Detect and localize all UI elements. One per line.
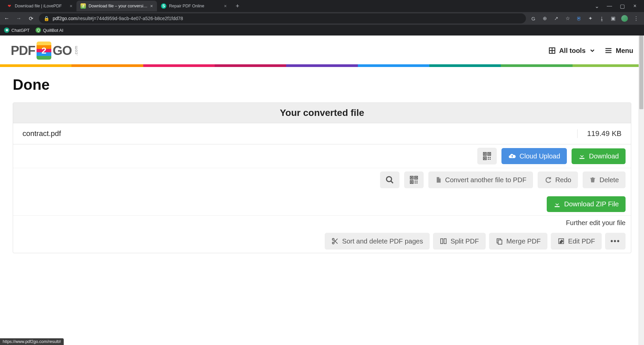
- further-edit-row: Further edit your file Sort and delete P…: [13, 216, 631, 253]
- svg-point-17: [386, 177, 391, 182]
- edit-icon: [557, 237, 565, 245]
- qr-button[interactable]: [477, 148, 497, 164]
- close-icon[interactable]: ×: [70, 3, 72, 9]
- download-zip-button[interactable]: Download ZIP File: [547, 196, 626, 212]
- converted-file-card: Your converted file contract.pdf 119.49 …: [13, 102, 631, 253]
- download-zip-label: Download ZIP File: [564, 200, 619, 208]
- split-button[interactable]: Split PDF: [433, 233, 485, 250]
- address-bar[interactable]: 🔒 pdf2go.com/result#j=744d959d-9acb-4e07…: [39, 13, 526, 23]
- site-logo[interactable]: PDF 2 GO .com: [11, 42, 78, 60]
- search-icon: [385, 176, 394, 184]
- delete-button[interactable]: Delete: [583, 171, 626, 188]
- merge-button[interactable]: Merge PDF: [489, 233, 547, 250]
- logo-left: PDF: [11, 44, 35, 58]
- status-bar: https://www.pdf2go.com/result#: [0, 338, 64, 345]
- menu-button[interactable]: Menu: [604, 47, 633, 55]
- svg-rect-26: [417, 181, 418, 182]
- more-icon: •••: [610, 237, 620, 246]
- minimize-icon[interactable]: —: [606, 3, 612, 9]
- url-domain: pdf2go.com: [53, 16, 77, 21]
- svg-rect-35: [444, 239, 446, 244]
- merge-label: Merge PDF: [506, 237, 541, 245]
- lock-icon: 🔒: [44, 16, 49, 21]
- pdf2go-favicon-icon: 2: [80, 3, 86, 9]
- file-name: contract.pdf: [22, 129, 568, 138]
- toolbar-icons: G ⊕ ↗ ☆ ⛨ ✦ ⭳ ▣ ⋮: [530, 15, 641, 22]
- bookmark-quillbot[interactable]: Q QuillBot AI: [36, 27, 63, 33]
- download-button[interactable]: Download: [572, 148, 626, 164]
- tab-repair-pdf[interactable]: S Repair PDF Online ×: [157, 1, 231, 11]
- redo-button[interactable]: Redo: [538, 171, 578, 188]
- svg-rect-25: [415, 181, 416, 182]
- logo-badge-icon: 2: [37, 42, 51, 60]
- sort-delete-button[interactable]: Sort and delete PDF pages: [325, 233, 430, 250]
- scrollbar[interactable]: [639, 36, 644, 345]
- search-button[interactable]: [380, 171, 399, 188]
- edit-buttons: Sort and delete PDF pages Split PDF Merg…: [325, 233, 626, 250]
- svg-rect-12: [488, 157, 489, 158]
- forward-button[interactable]: →: [15, 14, 23, 22]
- convert-another-button[interactable]: Convert another file to PDF: [428, 171, 533, 188]
- qr-button-2[interactable]: [404, 171, 424, 188]
- chevron-down-icon[interactable]: ⌄: [594, 3, 600, 9]
- close-icon[interactable]: ×: [224, 3, 227, 9]
- download-icon[interactable]: ⭳: [598, 15, 605, 22]
- cloud-upload-button[interactable]: Cloud Upload: [501, 148, 567, 164]
- close-icon[interactable]: ×: [150, 3, 153, 9]
- file-icon: [435, 176, 442, 184]
- tab-title: Repair PDF Online: [169, 4, 221, 8]
- close-window-icon[interactable]: ×: [632, 3, 638, 9]
- all-tools-dropdown[interactable]: All tools: [548, 47, 596, 55]
- page: PDF 2 GO .com All tools Menu: [0, 36, 644, 345]
- qr-icon: [410, 176, 418, 184]
- tab-pdf2go[interactable]: 2 Download file – your conversion ×: [76, 1, 157, 11]
- bookmark-chatgpt[interactable]: ✱ ChatGPT: [4, 27, 30, 33]
- further-edit-label: Further edit your file: [566, 219, 626, 227]
- svg-rect-14: [488, 159, 489, 160]
- kebab-menu-icon[interactable]: ⋮: [633, 15, 639, 22]
- site-header: PDF 2 GO .com All tools Menu: [0, 36, 644, 64]
- menu-label: Menu: [616, 47, 633, 55]
- google-icon[interactable]: G: [530, 15, 537, 22]
- cloud-upload-label: Cloud Upload: [520, 152, 560, 160]
- shield-icon[interactable]: ⛨: [576, 15, 582, 22]
- share-icon[interactable]: ↗: [553, 15, 559, 22]
- trash-icon: [589, 176, 596, 184]
- primary-actions-row: Cloud Upload Download: [13, 144, 631, 168]
- bookmark-label: QuillBot AI: [43, 28, 63, 33]
- star-icon[interactable]: ☆: [564, 15, 571, 22]
- svg-rect-13: [489, 157, 490, 158]
- svg-rect-23: [415, 177, 417, 178]
- more-button[interactable]: •••: [605, 233, 626, 250]
- card-header: Your converted file: [13, 103, 631, 123]
- chevron-down-icon: [589, 47, 596, 54]
- svg-rect-11: [484, 157, 485, 159]
- svg-rect-9: [484, 153, 485, 154]
- maximize-icon[interactable]: ▢: [619, 3, 625, 9]
- page-title: Done: [13, 76, 631, 93]
- avatar[interactable]: [621, 15, 628, 22]
- chatgpt-icon: ✱: [4, 27, 9, 33]
- panel-icon[interactable]: ▣: [610, 15, 616, 22]
- url-path: /result#j=744d959d-9acb-4e07-a526-b8ce2f…: [77, 16, 183, 21]
- download-label: Download: [589, 152, 619, 160]
- split-icon: [440, 237, 447, 245]
- qr-icon: [483, 152, 491, 160]
- puzzle-icon[interactable]: ✦: [587, 15, 594, 22]
- edit-button[interactable]: Edit PDF: [551, 233, 602, 250]
- back-button[interactable]: ←: [3, 14, 11, 22]
- svg-rect-22: [411, 177, 412, 178]
- scrollbar-thumb[interactable]: [639, 36, 643, 109]
- zoom-icon[interactable]: ⊕: [541, 15, 548, 22]
- new-tab-button[interactable]: +: [233, 1, 242, 11]
- svg-rect-37: [498, 240, 502, 244]
- bookmark-label: ChatGPT: [11, 28, 30, 33]
- grid-icon: [548, 47, 556, 54]
- merge-icon: [496, 237, 503, 245]
- reload-button[interactable]: ⟳: [27, 14, 35, 22]
- tab-ilovepdf[interactable]: ❤ Download file | iLovePDF ×: [3, 1, 76, 11]
- download-icon: [578, 152, 586, 160]
- scissors-icon: [331, 237, 339, 245]
- smallpdf-favicon-icon: S: [161, 3, 166, 9]
- edit-label: Edit PDF: [568, 237, 595, 245]
